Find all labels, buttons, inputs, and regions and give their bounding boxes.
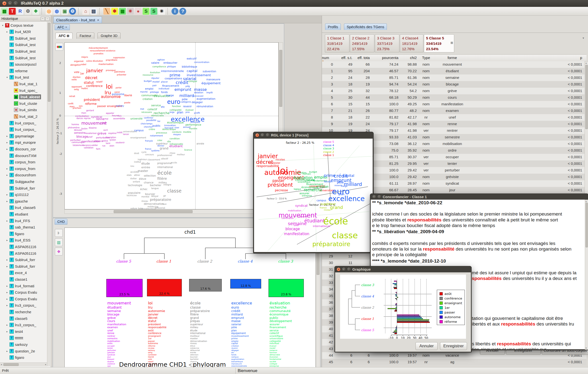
stat-icon[interactable]: ╲ — [103, 8, 110, 15]
sidebar-hscrollbar[interactable]: ◂▸ — [0, 362, 47, 366]
tree-expand-icon[interactable]: ▸ — [6, 174, 8, 176]
tree-item-corpus-from[interactable]: ▸Tcorpus_from — [6, 166, 35, 171]
chd-class-box[interactable]: 17.6 % — [189, 279, 222, 291]
r-console-icon[interactable]: R — [17, 8, 24, 15]
tree-item-lru4-formati[interactable]: ▸Tlru4_formati — [6, 283, 34, 289]
rgl-canvas[interactable]: facteur 2 - 26.25 % facteur 3 - 21.72 % … — [254, 139, 373, 252]
s1-icon[interactable]: S — [143, 8, 149, 15]
class-tab-5[interactable]: 5 Classe 5334/141923.54%⊠ — [424, 34, 454, 52]
help-icon[interactable]: ? — [179, 8, 186, 15]
table-row[interactable]: 0496674.2498.88nommouvement< 0,0001 — [322, 61, 587, 68]
concordancier-maximize-icon[interactable]: ▫ — [378, 195, 381, 199]
afc-tab-afc[interactable]: AFC ⊗ — [55, 33, 73, 39]
tools-icon[interactable]: ⚙ — [69, 8, 76, 15]
tree-item-reforme[interactable]: Treforme — [6, 68, 28, 74]
table-row[interactable]: 8182281.8242.17nrunef< 0,0001 — [322, 114, 587, 121]
tree-expand-icon[interactable]: ▸ — [6, 304, 8, 307]
table-row[interactable]: 61515100.049.25nommanifestation< 0,0001 — [322, 101, 587, 108]
tree-item-sab-thema1[interactable]: Tsab_thema1 — [6, 224, 35, 230]
tree-item-lru4-ess[interactable]: ▸Tlru4_ESS — [6, 237, 30, 243]
sidebar-collapse-icon[interactable]: − — [41, 17, 45, 21]
tree-item-lru3-corpus-[interactable]: ▸Tlru3_corpus_ — [6, 322, 36, 328]
table-row[interactable]: 4566100.019.57nrag< 0,0001 — [322, 359, 587, 365]
tree-item-lru4-stat-1[interactable]: ╲lru4_stat_1 — [10, 81, 37, 87]
graphique-annuler-button[interactable]: Annuler — [416, 342, 438, 350]
tree-item-discours-cor[interactable]: ▸Tdiscours_cor — [6, 146, 36, 152]
table-row[interactable]: 19520446.5770.22nométudiant< 0,0001 — [322, 68, 587, 74]
tree-item-recherche[interactable]: Trecherche — [6, 309, 31, 315]
tree-item-souscorpuscl[interactable]: Tsouscorpuscl — [6, 61, 37, 67]
tree-expand-icon[interactable]: ▸ — [6, 258, 8, 261]
tree-expand-icon[interactable]: ▸ — [6, 330, 8, 333]
tree-item-sublru4-test[interactable]: TSublru4_test — [6, 42, 36, 48]
tree-item-lru4-ffs[interactable]: ▸Tlru4_FFS — [6, 218, 30, 224]
tree-expand-icon[interactable]: ▸ — [6, 30, 8, 33]
tree-item-sublru4-test[interactable]: TSublru4_test — [6, 35, 36, 41]
preferences-icon[interactable]: ⚙ — [24, 8, 31, 15]
tree-item-lru4-simitx[interactable]: ✳lru4_simitx — [10, 107, 37, 113]
tree-item-gaymariage[interactable]: ▸Tgaymariage — [6, 133, 34, 139]
tree-item-lru4-spec-[interactable]: ✱lru4_spec_ — [10, 87, 37, 93]
tab-specificites[interactable]: Spécificités des TGens — [344, 24, 387, 30]
tree-item-figaro[interactable]: Tfigaro — [6, 355, 24, 361]
tree-item-jgauche[interactable]: ▸Tjgauche — [6, 198, 28, 204]
tree-item-discourstxm[interactable]: TdiscoursTXM — [6, 153, 37, 158]
tree-item-lru4-test[interactable]: ▾Tlru4_test — [6, 74, 29, 80]
tree-expand-icon[interactable]: ▸ — [6, 298, 8, 300]
tree-expand-icon[interactable]: ▸ — [6, 167, 8, 170]
tree-expand-icon[interactable]: ▸ — [6, 285, 8, 287]
tree-expand-icon[interactable]: ▾ — [1, 24, 4, 27]
tree-item-sublru4-forr[interactable]: ▸TSublru4_forr — [6, 257, 35, 263]
tab-classification[interactable]: Classification - lru4_test × — [53, 16, 102, 23]
tree-item-etudiant[interactable]: Tetudiant — [6, 211, 28, 217]
concordancier-vscrollbar[interactable]: ▴▾ — [585, 200, 588, 350]
tree-item-sarkozy[interactable]: Tsarkozy — [6, 341, 28, 347]
chd-class-box[interactable]: 23.8 % — [269, 279, 304, 297]
tab-profils[interactable]: Profils — [325, 24, 341, 30]
tree-item-question-2e[interactable]: ▸Tquestion_2e — [6, 348, 35, 354]
tree-item-mpt-europre[interactable]: ▸Tmpt_europre — [6, 140, 36, 145]
class-tab-2[interactable]: 2 Classe 2249/141917.55% — [350, 34, 374, 52]
color-spheres-icon[interactable] — [55, 43, 63, 51]
tree-item-tttttttt[interactable]: Ttttttttt — [6, 335, 23, 341]
tree-expand-icon[interactable]: ▸ — [6, 324, 8, 326]
tree-item-corpus-evalu[interactable]: ▸TCorpus Evalu — [6, 296, 37, 302]
tree-item-lru3-corpus-[interactable]: ▸Tlru3_corpus_ — [6, 302, 36, 308]
table-row[interactable]: 3181994.7454.24nomblocage< 0,0001 — [322, 81, 587, 88]
window-close-icon[interactable]: × — [2, 1, 6, 5]
graphique-minimize-icon[interactable]: − — [342, 268, 345, 271]
chd-class-box[interactable]: 23.5 % — [106, 279, 143, 297]
tree-expand-icon[interactable]: ▸ — [6, 148, 8, 150]
open-matrix-icon[interactable]: ▦ — [1, 8, 8, 15]
alceste-icon[interactable]: ▦ — [119, 8, 126, 15]
table-row[interactable]: 7212680.7748.2nomexamen< 0,0001 — [322, 108, 587, 114]
tree-expand-icon[interactable]: ▸ — [6, 200, 8, 203]
ring-icon[interactable]: ◎ — [46, 8, 52, 15]
tree-expand-icon[interactable]: ▸ — [6, 193, 8, 196]
chd-window-tab[interactable]: CHD — [55, 219, 67, 225]
tree-item-sublru4-test[interactable]: TSublru4_test — [6, 55, 36, 61]
tree-item-discoursfrom[interactable]: ▸Tdiscoursfrom — [6, 172, 36, 178]
outline-icon[interactable]: ▤ — [90, 8, 97, 15]
afc-window-tab[interactable]: AFC × — [55, 24, 70, 30]
concordancier-minimize-icon[interactable]: − — [372, 195, 376, 199]
class-tab-3[interactable]: 3 Classe 3337/141923.75% — [375, 34, 399, 52]
window-minimize-icon[interactable]: − — [8, 1, 12, 5]
tree-expand-icon[interactable]: ▸ — [6, 350, 8, 352]
dendrogram-icon[interactable]: ⊦ — [55, 229, 63, 237]
window-maximize-icon[interactable]: ▫ — [14, 1, 18, 5]
table-row[interactable]: 2242885.7161.36nomsemaine< 0,0001 — [322, 74, 587, 81]
tree-item-lru4-corpus-[interactable]: Tlru4_corpus_ — [6, 127, 36, 133]
sidebar-vscrollbar[interactable] — [47, 22, 51, 366]
tree-expand-icon[interactable]: ▸ — [6, 135, 8, 137]
tree-item-subjgauche[interactable]: TSubjgauche — [6, 179, 34, 184]
tree-item-lru4-alcest[interactable]: ▦lru4_alcest — [10, 94, 41, 100]
sidebar-close-icon[interactable]: ▫ — [45, 17, 49, 21]
tree-item-corpus-textue[interactable]: ▾TCorpus textue — [1, 22, 33, 28]
tree-item-sublru4-forr[interactable]: ▸TSublru4_forr — [6, 263, 35, 269]
tree-expand-icon[interactable]: ▸ — [6, 291, 8, 294]
leaf-icon[interactable]: ❖ — [32, 8, 39, 15]
tree-item-figaro[interactable]: Tfigaro — [6, 231, 24, 237]
simi-icon[interactable]: ✳ — [127, 8, 134, 15]
tree-item-classe5[interactable]: Tclasse5 — [6, 315, 27, 321]
